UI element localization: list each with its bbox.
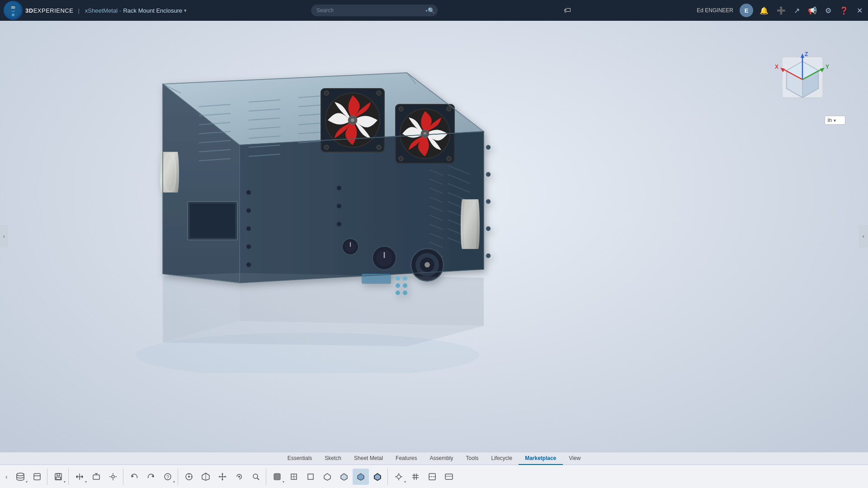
broadcast-icon[interactable]: 📢: [806, 5, 819, 17]
left-panel-expand[interactable]: ›: [0, 225, 8, 248]
view-mode-tools: [267, 469, 388, 485]
notifications-icon[interactable]: 🔔: [758, 5, 770, 17]
toolbar-scroll-left[interactable]: ‹: [4, 471, 9, 482]
svg-rect-97: [57, 474, 60, 476]
shading-mode-tool[interactable]: [269, 469, 285, 485]
tab-essentials[interactable]: Essentials: [281, 452, 319, 465]
component-tool[interactable]: [29, 469, 45, 485]
minimize-icon[interactable]: ✕: [855, 5, 864, 17]
svg-point-70: [337, 204, 341, 208]
svg-point-76: [486, 253, 491, 258]
topbar-right: Ed ENGINEER E 🔔 ➕ ↗ 📢 ⚙ ❓ ✕: [695, 4, 864, 17]
svg-marker-85: [801, 53, 804, 58]
grid-tool[interactable]: [407, 469, 424, 485]
toolbar-icons: ‹: [0, 465, 868, 488]
model-reflection: [163, 273, 484, 347]
search-icon[interactable]: 🔍: [428, 7, 435, 14]
units-dropdown-arrow: ▾: [834, 118, 836, 123]
svg-marker-124: [341, 474, 347, 480]
transform-tool[interactable]: [71, 469, 88, 485]
units-value: in: [828, 117, 832, 123]
tab-assembly[interactable]: Assembly: [423, 452, 459, 465]
save-tool[interactable]: [50, 469, 66, 485]
svg-point-57: [399, 107, 403, 111]
svg-rect-136: [429, 474, 435, 480]
svg-point-64: [246, 190, 251, 195]
bottom-toolbar: Essentials Sketch Sheet Metal Features A…: [0, 452, 868, 488]
svg-point-116: [253, 474, 258, 479]
right-panel-collapse[interactable]: ‹: [859, 225, 868, 248]
redo-tool[interactable]: [143, 469, 159, 485]
svg-marker-113: [218, 476, 220, 478]
tab-lifecycle[interactable]: Lifecycle: [485, 452, 519, 465]
axis-widget-svg: Z Y X: [773, 48, 832, 107]
snap-tools: [179, 469, 266, 485]
display-mode-tool[interactable]: [441, 469, 457, 485]
svg-point-48: [324, 91, 329, 95]
transparent-tool[interactable]: [336, 469, 352, 485]
tab-marketplace[interactable]: Marketplace: [519, 452, 562, 465]
file-tools: [10, 469, 47, 485]
svg-marker-112: [222, 479, 223, 481]
right-handle: [461, 199, 480, 249]
zoom-tool[interactable]: [248, 469, 264, 485]
connector-pin: [425, 262, 430, 267]
tab-view[interactable]: View: [563, 452, 587, 465]
shaded-with-edges-tool[interactable]: [369, 469, 386, 485]
app-name: xSheetMetal: [85, 7, 118, 14]
compass-logo[interactable]: 3D V,R: [4, 1, 23, 20]
lighting-tool[interactable]: [391, 469, 407, 485]
svg-text:Y: Y: [826, 64, 829, 70]
undo-tool[interactable]: [126, 469, 142, 485]
title-dropdown-arrow[interactable]: ▾: [184, 8, 187, 14]
fan-1: [321, 89, 384, 152]
svg-text:V,R: V,R: [11, 10, 15, 13]
svg-marker-111: [222, 473, 223, 474]
svg-text:3D: 3D: [11, 6, 15, 9]
svg-point-74: [486, 199, 491, 204]
brand-text: 3DEXPERIENCE: [25, 7, 73, 14]
display-tools: [389, 469, 459, 485]
axis-widget[interactable]: Z Y X: [773, 48, 832, 107]
svg-point-49: [377, 91, 381, 95]
insert-tool[interactable]: [88, 469, 104, 485]
user-avatar[interactable]: E: [740, 4, 753, 17]
database-tool[interactable]: [12, 469, 28, 485]
tab-sheet-metal[interactable]: Sheet Metal: [348, 452, 389, 465]
wireframe-tool[interactable]: [319, 469, 335, 485]
tools-icon[interactable]: ⚙: [823, 5, 833, 17]
doc-name: Rack Mount Enclosure: [123, 7, 182, 14]
move-tool[interactable]: [214, 469, 231, 485]
add-icon[interactable]: ➕: [775, 5, 788, 17]
shaded-tool[interactable]: [353, 469, 369, 485]
3d-viewport[interactable]: ›: [0, 21, 868, 452]
measure-tool[interactable]: [181, 469, 197, 485]
tab-tools[interactable]: Tools: [459, 452, 485, 465]
search-input[interactable]: [311, 5, 438, 16]
model-container: [90, 48, 524, 373]
help-icon[interactable]: ❓: [838, 5, 850, 17]
brand-experience: EXPERIENCE: [33, 7, 74, 14]
help-tool[interactable]: ?: [160, 469, 176, 485]
svg-point-75: [486, 226, 491, 231]
tag-icon[interactable]: 🏷: [564, 6, 571, 14]
svg-point-68: [246, 263, 251, 267]
svg-point-60: [447, 156, 451, 161]
share-icon[interactable]: ↗: [792, 5, 802, 17]
svg-point-73: [486, 172, 491, 177]
svg-point-47: [351, 118, 354, 122]
orient-cube-tool[interactable]: [198, 469, 214, 485]
tab-sketch[interactable]: Sketch: [318, 452, 348, 465]
svg-text:X: X: [775, 64, 778, 70]
settings-tool[interactable]: [105, 469, 121, 485]
svg-point-3: [12, 14, 14, 16]
front-view-tool[interactable]: [286, 469, 302, 485]
svg-rect-118: [274, 474, 280, 480]
units-dropdown[interactable]: in ▾: [825, 116, 845, 125]
section-tool[interactable]: [424, 469, 440, 485]
tab-features[interactable]: Features: [389, 452, 423, 465]
side-view-tool[interactable]: [302, 469, 319, 485]
document-title[interactable]: xSheetMetal - Rack Mount Enclosure ▾: [85, 7, 187, 14]
enclosure-group: [160, 73, 491, 295]
snap-tool[interactable]: [231, 469, 247, 485]
